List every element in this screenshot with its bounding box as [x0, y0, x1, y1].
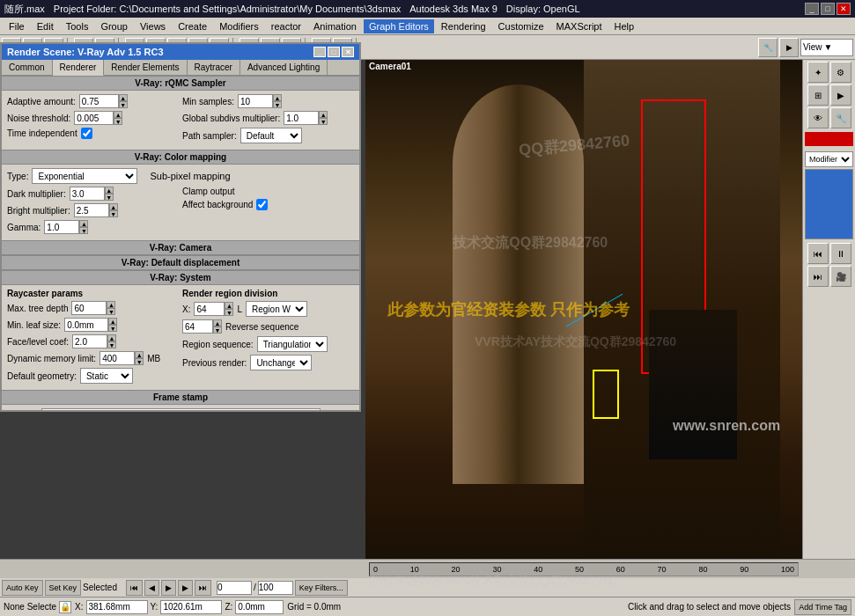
play-icon[interactable]: ⏸: [830, 243, 851, 264]
tab-raytracer[interactable]: Raytracer: [188, 60, 240, 75]
dialog-minimize[interactable]: _: [313, 47, 326, 57]
menu-edit[interactable]: Edit: [32, 19, 59, 33]
adaptive-amount-input[interactable]: [79, 94, 119, 108]
dyn-down[interactable]: ▼: [135, 358, 144, 365]
max-frame-input[interactable]: [258, 581, 293, 595]
max-tree-input[interactable]: [71, 301, 107, 315]
viewport-area[interactable]: Camera01 QQ群29842760 技术交流QQ群29842760 VVR…: [365, 60, 802, 559]
y-input[interactable]: [182, 319, 213, 334]
prev-frame-icon[interactable]: ⏮: [807, 243, 829, 264]
dark-mult-input[interactable]: [70, 187, 105, 201]
time-independent-check[interactable]: [81, 128, 92, 139]
bright-down[interactable]: ▼: [109, 210, 118, 217]
x-up[interactable]: ▲: [225, 302, 233, 309]
menu-maxscript[interactable]: MAXScript: [551, 19, 608, 33]
modifier-list-dropdown[interactable]: Modifier List: [805, 151, 853, 167]
dynamic-mem-input[interactable]: [100, 351, 135, 365]
displacement-header[interactable]: V-Ray: Default displacement: [2, 255, 359, 270]
frame-stamp-input[interactable]: [41, 408, 321, 410]
global-subdivs-spinner[interactable]: ▲ ▼: [319, 111, 328, 125]
noise-threshold-input[interactable]: [74, 111, 114, 125]
menu-graph-editors[interactable]: Graph Editors: [364, 19, 434, 33]
dialog-content[interactable]: V-Ray: rQMC Sampler Adaptive amount: ▲ ▼: [2, 76, 359, 410]
menu-tools[interactable]: Tools: [61, 19, 94, 33]
global-subdivs-down[interactable]: ▼: [319, 118, 328, 125]
min-samples-spinner[interactable]: ▲ ▼: [273, 94, 282, 108]
next-frame-icon[interactable]: ⏭: [807, 266, 829, 287]
dark-mult-spinner[interactable]: ▲ ▼: [105, 187, 114, 201]
bright-mult-input[interactable]: [74, 203, 109, 217]
gamma-spinner[interactable]: ▲ ▼: [79, 220, 88, 234]
min-leaf-input[interactable]: [64, 318, 108, 332]
maximize-button[interactable]: □: [821, 3, 835, 15]
menu-rendering[interactable]: Rendering: [436, 19, 491, 33]
y-spinner[interactable]: ▲ ▼: [213, 319, 222, 334]
noise-up[interactable]: ▲: [114, 111, 122, 118]
modifier-list-area[interactable]: [805, 169, 853, 239]
default-geo-select[interactable]: Static: [80, 368, 133, 384]
next-frame-button[interactable]: ▶: [178, 580, 193, 596]
type-select[interactable]: Exponential: [32, 168, 137, 184]
x-down[interactable]: ▼: [225, 309, 233, 316]
display-icon[interactable]: 👁: [807, 107, 829, 128]
frame-stamp-header[interactable]: Frame stamp: [2, 390, 359, 405]
face-coef-spinner[interactable]: ▲ ▼: [107, 334, 116, 348]
toolbar-render-setup[interactable]: 🔧: [758, 38, 778, 57]
min-samples-input[interactable]: [238, 94, 273, 108]
noise-spinner[interactable]: ▲ ▼: [114, 111, 122, 125]
frame-input[interactable]: [217, 581, 252, 595]
toolbar-render[interactable]: ▶: [779, 38, 799, 57]
timeline-ruler[interactable]: 0 10 20 30 40 50 60 70 80 90 100: [369, 562, 799, 576]
menu-help[interactable]: Help: [609, 19, 640, 33]
lock-icon[interactable]: 🔒: [59, 601, 71, 613]
tab-render-elements[interactable]: Render Elements: [104, 60, 187, 75]
affect-bg-check[interactable]: [256, 199, 268, 210]
x-input[interactable]: [194, 302, 225, 316]
min-leaf-spinner[interactable]: ▲ ▼: [108, 318, 117, 332]
prev-frame-button[interactable]: ◀: [144, 580, 159, 596]
camera-header[interactable]: V-Ray: Camera: [2, 240, 359, 255]
dark-up[interactable]: ▲: [105, 187, 114, 194]
menu-reactor[interactable]: reactor: [266, 19, 306, 33]
min-leaf-up[interactable]: ▲: [108, 318, 117, 325]
max-tree-down[interactable]: ▼: [107, 308, 115, 315]
region-wh-select[interactable]: Region W/H: [246, 301, 307, 317]
bright-up[interactable]: ▲: [109, 203, 118, 210]
face-coef-input[interactable]: [72, 334, 107, 348]
utilities-icon[interactable]: 🔧: [830, 107, 851, 128]
dialog-close[interactable]: ✕: [342, 47, 354, 57]
modify-icon[interactable]: ⚙: [830, 62, 851, 83]
bright-spinner[interactable]: ▲ ▼: [109, 203, 118, 217]
auto-key-button[interactable]: Auto Key: [2, 580, 43, 596]
key-filters-button[interactable]: Key Filters...: [295, 580, 348, 596]
min-samples-down[interactable]: ▼: [273, 101, 282, 108]
min-samples-up[interactable]: ▲: [273, 94, 282, 101]
min-leaf-down[interactable]: ▼: [108, 325, 117, 332]
system-header[interactable]: V-Ray: System: [2, 270, 359, 285]
dyn-up[interactable]: ▲: [135, 351, 144, 358]
menu-modifiers[interactable]: Modifiers: [214, 19, 264, 33]
dynamic-mem-spinner[interactable]: ▲ ▼: [135, 351, 144, 365]
max-tree-spinner[interactable]: ▲ ▼: [107, 301, 115, 315]
rqmc-header[interactable]: V-Ray: rQMC Sampler: [2, 76, 359, 91]
tab-common[interactable]: Common: [2, 60, 53, 75]
create-icon[interactable]: ✦: [807, 62, 829, 83]
skip-start-button[interactable]: ⏮: [126, 580, 143, 596]
gamma-input[interactable]: [44, 220, 79, 234]
menu-file[interactable]: File: [4, 19, 30, 33]
region-seq-select[interactable]: Triangulation: [257, 336, 328, 352]
tab-renderer[interactable]: Renderer: [53, 60, 105, 76]
menu-create[interactable]: Create: [173, 19, 212, 33]
z-coord-input[interactable]: 0.0mm: [235, 600, 284, 614]
gamma-down[interactable]: ▼: [79, 227, 88, 234]
tab-advanced-lighting[interactable]: Advanced Lighting: [240, 60, 328, 75]
menu-views[interactable]: Views: [135, 19, 171, 33]
max-tree-up[interactable]: ▲: [107, 301, 115, 308]
set-key-button[interactable]: Set Key: [45, 580, 82, 596]
hierarchy-icon[interactable]: ⊞: [807, 84, 829, 106]
noise-down[interactable]: ▼: [114, 118, 122, 125]
menu-group[interactable]: Group: [95, 19, 133, 33]
adaptive-down[interactable]: ▼: [119, 101, 128, 108]
adaptive-amount-spinner[interactable]: ▲ ▼: [119, 94, 128, 108]
face-coef-up[interactable]: ▲: [107, 334, 116, 341]
